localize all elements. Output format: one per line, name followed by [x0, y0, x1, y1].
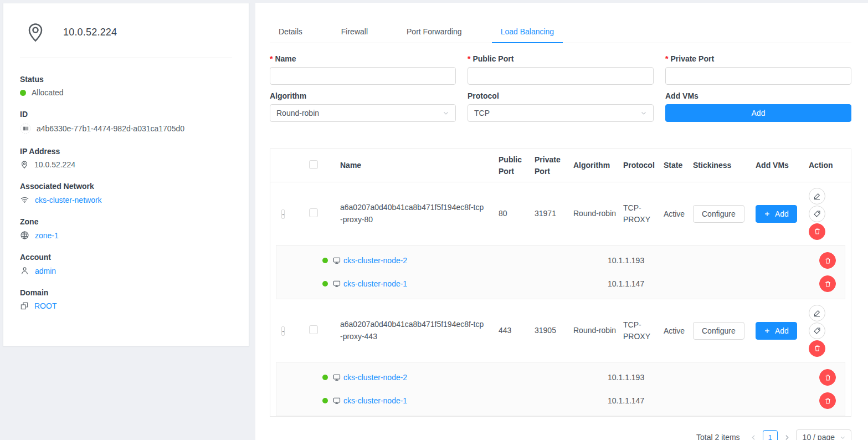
add-vm-button[interactable]: Add [756, 322, 797, 340]
protocol-label: Protocol [468, 91, 499, 100]
tag-rule-button[interactable] [809, 323, 825, 339]
id-value: a4b6330e-77b1-4474-982d-a031ca1705d0 [37, 124, 184, 133]
public-port-input[interactable] [468, 67, 654, 85]
collapse-row-button[interactable]: - [281, 326, 285, 336]
table-row: - a6a0207a0d40b41ca8b471f5f194ec8f-tcp-p… [270, 182, 851, 245]
protocol-select[interactable]: TCP [468, 104, 654, 122]
table-row: - a6a0207a0d40b41ca8b471f5f194ec8f-tcp-p… [270, 299, 851, 362]
associated-network-link[interactable]: cks-cluster-network [35, 196, 102, 204]
add-vms-label: Add VMs [665, 91, 698, 100]
edit-rule-button[interactable] [809, 188, 825, 204]
rule-name: a6a0207a0d40b41ca8b471f5f194ec8f-tcp-pro… [330, 202, 492, 226]
remove-vm-button[interactable] [819, 392, 836, 409]
page-title: 10.0.52.224 [63, 27, 117, 38]
required-mark: * [270, 54, 273, 63]
header-name: Name [330, 160, 492, 172]
rule-name: a6a0207a0d40b41ca8b471f5f194ec8f-tcp-pro… [330, 319, 492, 342]
required-mark: * [665, 54, 668, 63]
collapse-row-button[interactable]: - [281, 209, 285, 219]
tab-port-forwarding[interactable]: Port Forwarding [398, 22, 471, 43]
row-checkbox[interactable] [309, 208, 318, 217]
edit-rule-button[interactable] [809, 305, 825, 321]
header-protocol: Protocol [617, 160, 658, 171]
configure-stickiness-button[interactable]: Configure [693, 322, 744, 340]
state: Active [658, 326, 689, 335]
add-vm-button[interactable]: Add [756, 205, 797, 223]
vm-name-link[interactable]: cks-cluster-node-1 [343, 396, 407, 405]
remove-vm-button[interactable] [819, 275, 836, 292]
barcode-icon [20, 123, 31, 134]
field-account: Account admin [20, 253, 232, 275]
protocol: TCP-PROXY [617, 319, 658, 342]
remove-vm-button[interactable] [819, 252, 836, 269]
algorithm-field-group: Algorithm Round-robin [270, 91, 456, 122]
add-rule-form: * Name * Public Port * Private Port [270, 54, 851, 122]
vm-name-link[interactable]: cks-cluster-node-2 [343, 373, 407, 382]
field-associated-network: Associated Network cks-cluster-network [20, 182, 232, 204]
vm-row: cks-cluster-node-2 10.1.1.193 [276, 366, 845, 389]
field-label: Associated Network [20, 182, 232, 191]
row-checkbox[interactable] [309, 325, 318, 334]
private-port: 31971 [528, 208, 567, 219]
vm-name-link[interactable]: cks-cluster-node-1 [343, 279, 407, 288]
public-port: 80 [492, 208, 528, 219]
protocol-selected-value: TCP [474, 109, 490, 117]
private-port: 31905 [528, 325, 567, 336]
pagination: Total 2 items 1 10 / page [270, 429, 851, 440]
delete-rule-button[interactable] [809, 340, 825, 357]
account-link[interactable]: admin [35, 267, 56, 275]
name-input[interactable] [270, 67, 456, 85]
previous-page-button[interactable] [749, 434, 758, 440]
vm-ip: 10.1.1.147 [608, 396, 819, 405]
user-icon [20, 266, 29, 275]
plus-icon [764, 211, 771, 217]
remove-vm-button[interactable] [819, 369, 836, 386]
vm-monitor-icon [333, 280, 341, 288]
private-port-label: Private Port [670, 54, 714, 63]
trash-icon [814, 228, 821, 235]
vm-monitor-icon [333, 257, 341, 264]
configure-stickiness-button[interactable]: Configure [693, 205, 744, 223]
field-domain: Domain ROOT [20, 288, 232, 310]
tab-load-balancing[interactable]: Load Balancing [492, 22, 563, 43]
trash-icon [824, 397, 831, 405]
status-value: Allocated [32, 88, 64, 97]
algorithm-select[interactable]: Round-robin [270, 104, 456, 122]
vm-row: cks-cluster-node-2 10.1.1.193 [276, 249, 845, 272]
globe-icon [20, 231, 29, 240]
state: Active [658, 209, 689, 218]
tag-rule-button[interactable] [809, 206, 825, 222]
field-label: Account [20, 253, 232, 262]
vm-name-link[interactable]: cks-cluster-node-2 [343, 256, 407, 265]
select-all-checkbox[interactable] [309, 160, 318, 169]
page-size-select[interactable]: 10 / page [796, 429, 851, 440]
header-algorithm: Algorithm [567, 160, 617, 171]
zone-link[interactable]: zone-1 [35, 231, 59, 240]
add-button-label: Add [752, 109, 766, 117]
field-id: ID [20, 110, 232, 134]
public-port-label: Public Port [472, 54, 513, 63]
next-page-button[interactable] [782, 434, 792, 440]
tab-firewall[interactable]: Firewall [332, 22, 377, 43]
vm-ip: 10.1.1.147 [608, 279, 819, 288]
pagination-total: Total 2 items [696, 433, 740, 440]
domain-link[interactable]: ROOT [34, 301, 57, 310]
tab-details[interactable]: Details [270, 22, 311, 43]
page-number-button[interactable]: 1 [763, 430, 778, 440]
field-status: Status Allocated [20, 75, 232, 97]
header-private-port: Private Port [528, 154, 567, 177]
delete-rule-button[interactable] [809, 223, 825, 240]
location-pin-icon [20, 160, 29, 169]
vm-status-dot [322, 281, 328, 286]
domain-icon [20, 301, 29, 310]
main-panel: Details Firewall Port Forwarding Load Ba… [255, 3, 868, 440]
add-vm-button-label: Add [775, 326, 789, 335]
name-field-group: * Name [270, 54, 456, 85]
trash-icon [824, 257, 831, 264]
private-port-input[interactable] [665, 67, 851, 85]
field-label: Zone [20, 217, 232, 226]
ip-detail-fields: Status Allocated ID [20, 58, 232, 310]
field-ip-address: IP Address 10.0.52.224 [20, 147, 232, 169]
chevron-right-icon [783, 434, 790, 440]
add-rule-button[interactable]: Add [665, 104, 851, 122]
